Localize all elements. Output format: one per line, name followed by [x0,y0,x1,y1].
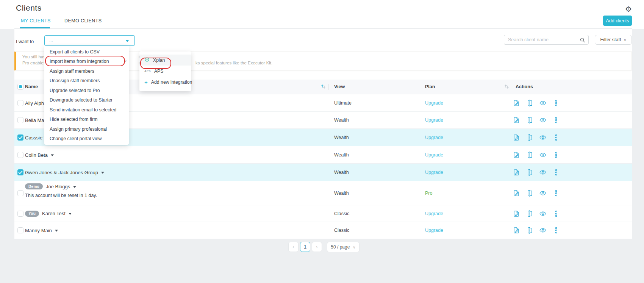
eye-view-icon[interactable] [539,116,547,124]
edit-fact-find-icon[interactable] [513,134,520,141]
upgrade-link[interactable]: Upgrade [425,100,443,106]
submenu-item-aps[interactable]: APSAPS [139,66,191,77]
sort-icon-plan[interactable] [504,84,510,89]
row-checkbox[interactable] [17,211,23,217]
client-name[interactable]: Karen Test [42,211,66,216]
filter-staff-button[interactable]: Filter staff ∨ [595,35,632,45]
client-name[interactable]: Joe Bloggs [46,184,70,189]
table-row-joe-bloggs: DemoJoe BloggsThis account will be reset… [14,181,632,205]
submenu-item-label: Add new integration [151,80,192,85]
menu-item-import-items-from-integration[interactable]: Import items from integration [44,57,129,67]
row-checkbox[interactable] [17,134,23,141]
door-login-icon[interactable] [526,151,533,159]
page-size-select[interactable]: 50 / page ∨ [327,242,360,252]
eye-view-icon[interactable] [539,210,547,217]
eye-view-icon[interactable] [539,134,547,141]
tab-demo-clients[interactable]: DEMO CLIENTS [64,18,102,23]
kebab-menu-icon[interactable] [552,169,560,176]
row-checkbox[interactable] [17,152,23,158]
i-want-to-select[interactable]: ... [44,35,135,46]
xplan-logo [144,57,150,63]
door-login-icon[interactable] [526,99,533,107]
upgrade-link[interactable]: Upgrade [425,152,443,158]
row-checkbox[interactable] [17,169,23,175]
expand-caret-icon[interactable] [73,186,76,188]
kebab-menu-icon[interactable] [552,99,560,107]
door-login-icon[interactable] [526,116,533,124]
pagination-prev-button[interactable]: ‹ [288,242,299,252]
menu-item-assign-staff-members[interactable]: Assign staff members [44,66,129,76]
column-header-name[interactable]: Name [25,84,38,89]
kebab-menu-icon[interactable] [552,210,560,217]
tab-my-clients[interactable]: MY CLIENTS [21,18,51,23]
client-name[interactable]: Colin Beta [25,152,48,158]
eye-view-icon[interactable] [539,151,547,159]
menu-item-unassign-staff-members[interactable]: Unassign staff members [44,76,129,86]
menu-item-change-client-portal-view[interactable]: Change client portal view [44,134,129,144]
door-login-icon[interactable] [526,227,533,234]
column-header-view[interactable]: View [334,84,345,89]
submenu-item-label: APS [154,69,164,74]
add-clients-button[interactable]: Add clients [603,16,632,26]
menu-item-upgrade-selected-to-pro[interactable]: Upgrade selected to Pro [44,86,129,95]
door-login-icon[interactable] [526,134,533,141]
upgrade-link[interactable]: Upgrade [425,117,443,123]
pagination-page-1-button[interactable]: 1 [300,242,310,252]
client-name[interactable]: Bella Mai [25,117,45,123]
edit-fact-find-icon[interactable] [513,227,520,234]
sort-icon-name[interactable] [320,84,326,89]
expand-caret-icon[interactable] [69,213,72,215]
kebab-menu-icon[interactable] [552,227,560,234]
kebab-menu-icon[interactable] [552,134,560,141]
search-input[interactable] [504,35,588,44]
edit-fact-find-icon[interactable] [513,169,520,176]
eye-view-icon[interactable] [539,227,547,234]
upgrade-link[interactable]: Upgrade [425,170,443,175]
expand-caret-icon[interactable] [55,230,58,232]
eye-view-icon[interactable] [539,189,547,197]
view-cell: Wealth [334,117,349,123]
edit-fact-find-icon[interactable] [513,210,520,217]
kebab-menu-icon[interactable] [552,189,560,197]
page-title: Clients [16,3,42,13]
door-login-icon[interactable] [526,189,533,197]
door-login-icon[interactable] [526,169,533,176]
row-checkbox[interactable] [17,100,23,106]
edit-fact-find-icon[interactable] [513,116,520,124]
edit-fact-find-icon[interactable] [513,99,520,107]
submenu-item-label: Xplan [153,58,165,63]
banner-line2-end: ks special features like the Executor Ki… [195,61,272,65]
client-name[interactable]: Ally Alpha [25,100,47,106]
eye-view-icon[interactable] [539,169,547,176]
search-icon [580,37,585,43]
row-checkbox[interactable] [17,190,23,196]
kebab-menu-icon[interactable] [552,116,560,124]
kebab-menu-icon[interactable] [552,151,560,159]
row-checkbox[interactable] [17,227,23,233]
upgrade-link[interactable]: Upgrade [425,211,443,216]
expand-caret-icon[interactable] [101,172,104,174]
upgrade-link[interactable]: Upgrade [425,135,443,140]
column-header-plan[interactable]: Plan [425,84,435,89]
expand-caret-icon[interactable] [51,154,54,156]
row-checkbox[interactable] [17,117,23,123]
pagination-next-button[interactable]: › [312,242,322,252]
actions-cell [513,134,560,141]
select-all-checkbox[interactable] [17,84,23,90]
menu-item-send-invitation-email-to-selected[interactable]: Send invitation email to selected [44,105,129,115]
edit-fact-find-icon[interactable] [513,151,520,159]
menu-item-assign-primary-professional[interactable]: Assign primary professional [44,124,129,134]
menu-item-downgrade-selected-to-starter[interactable]: Downgrade selected to Starter [44,95,129,105]
menu-item-hide-selected-from-firm[interactable]: Hide selected from firm [44,115,129,125]
submenu-item-add-new-integration[interactable]: +Add new integration [139,77,191,88]
column-divider [512,84,512,90]
menu-item-export-all-clients-to-csv[interactable]: Export all clients to CSV [44,47,129,57]
submenu-item-xplan[interactable]: Xplan [139,55,191,66]
door-login-icon[interactable] [526,210,533,217]
eye-view-icon[interactable] [539,99,547,107]
gear-icon[interactable]: ⚙ [625,5,632,14]
client-name[interactable]: Manny Main [25,228,52,233]
edit-fact-find-icon[interactable] [513,189,520,197]
upgrade-link[interactable]: Upgrade [425,228,443,233]
client-name[interactable]: Gwen Jones & Jack Jones Group [25,169,98,175]
